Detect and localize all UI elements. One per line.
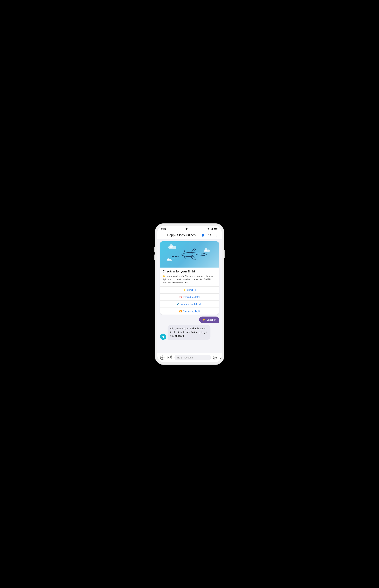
svg-rect-3 [212,228,213,230]
camera-dot [186,228,188,230]
status-icons [207,228,218,230]
emoji-picker-button[interactable] [212,355,217,360]
more-options-button[interactable] [214,233,219,238]
svg-rect-1 [211,229,211,230]
card-action-change-flight[interactable]: 🔀 Change my flight [160,308,219,315]
user-message-text: Check in [206,318,216,321]
media-picker-button[interactable] [167,355,173,361]
svg-point-12 [216,236,217,237]
card-image [160,241,219,268]
agent-bubble: Ok, great! It's just 3 simple steps to c… [168,325,210,340]
svg-point-21 [163,337,164,338]
cloud-decoration-1 [168,246,176,249]
emoji-icon [213,356,217,360]
svg-rect-17 [195,254,197,255]
volume-button-down [154,254,155,260]
svg-point-26 [168,357,169,357]
shield-icon [201,233,205,237]
card-title: Check-in for your flight [163,270,216,273]
search-button[interactable] [207,233,212,238]
cloud-decoration-3 [167,259,172,261]
conversation-title: Happy Skies Airlines [167,233,199,237]
card-action-checkin[interactable]: ⚡ Check in [160,286,219,294]
svg-rect-16 [193,254,194,255]
battery-icon [214,228,218,230]
input-bar [158,353,221,362]
svg-rect-7 [214,228,217,229]
power-button [224,250,225,258]
user-bubble: ⚡ Check in [199,317,219,323]
top-bar-actions [201,233,219,238]
agent-message-response: Ok, great! It's just 3 simple steps to c… [160,325,220,340]
agent-avatar-icon [160,334,166,339]
card-action-view-flight[interactable]: ✈️ View my flight details [160,301,219,308]
search-icon [208,233,212,237]
svg-rect-19 [200,254,201,255]
view-flight-emoji: ✈️ [177,303,180,305]
svg-rect-2 [212,229,212,230]
microphone-icon [220,356,221,360]
change-flight-emoji: 🔀 [179,310,182,312]
svg-rect-18 [198,254,199,255]
wifi-icon [207,228,210,230]
svg-point-32 [215,357,216,357]
cloud-decoration-2 [204,250,210,252]
checkin-emoji: ⚡ [183,289,186,291]
phone-frame: 9:30 [155,224,224,365]
back-arrow-icon: ← [161,233,164,237]
phone-screen: 9:30 [158,226,221,362]
volume-button-up [154,247,155,253]
remind-label: Remind me later [183,296,200,298]
checkin-label: Check in [187,289,196,291]
user-message-checkin: ⚡ Check in [159,317,219,323]
status-bar: 9:30 [158,226,221,231]
top-navigation-bar: ← Happy Skies Airlines [158,231,221,239]
svg-rect-6 [217,229,218,229]
rich-card: Check-in for your flight 👋 Happy morning… [160,241,219,315]
photo-icon [168,355,172,360]
svg-point-11 [216,235,217,236]
card-actions: ⚡ Check in ⏰ Remind me later ✈️ View my … [160,286,219,315]
view-flight-label: View my flight details [181,303,202,305]
svg-point-30 [213,356,217,359]
add-attachment-button[interactable] [159,355,165,361]
chat-area: Check-in for your flight 👋 Happy morning… [158,239,221,353]
signal-icon [211,228,213,230]
more-options-icon [215,233,219,237]
airplane-illustration [172,247,207,262]
card-description: 👋 Happy morning, Jo! Check-in is now ope… [163,275,216,284]
svg-point-31 [214,357,214,357]
card-action-remind[interactable]: ⏰ Remind me later [160,294,219,301]
svg-rect-4 [213,228,214,230]
back-button[interactable]: ← [160,233,165,238]
svg-point-0 [208,229,209,230]
verified-shield-button[interactable] [201,233,205,238]
status-time: 9:30 [161,228,166,230]
add-icon [160,355,164,360]
input-action-icons [212,355,221,360]
message-input[interactable] [174,355,211,360]
card-body: Check-in for your flight 👋 Happy morning… [160,268,219,286]
svg-line-9 [210,236,211,237]
svg-rect-33 [221,356,221,358]
user-message-emoji: ⚡ [202,318,205,321]
voice-message-button[interactable] [219,355,221,360]
svg-point-10 [216,234,217,234]
agent-avatar [160,334,166,340]
agent-message-text: Ok, great! It's just 3 simple steps to c… [170,327,207,337]
change-flight-label: Change my flight [183,310,200,312]
remind-emoji: ⏰ [179,296,182,298]
